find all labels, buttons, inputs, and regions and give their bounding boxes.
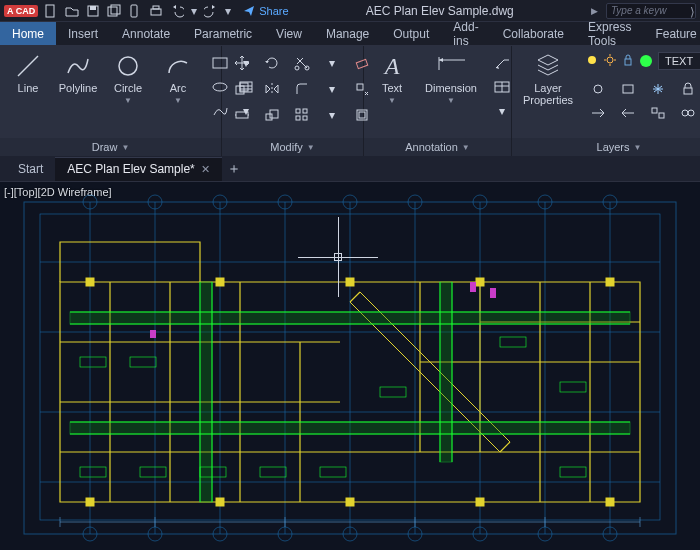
- panel-annotation: A Text ▼ Dimension ▼ ▾ Annotation▼: [364, 46, 512, 156]
- search-caret-icon: ▶: [591, 6, 598, 16]
- save-icon[interactable]: [84, 3, 102, 19]
- svg-point-15: [295, 66, 299, 70]
- svg-rect-105: [560, 467, 586, 477]
- trim-icon[interactable]: [290, 52, 314, 74]
- tab-express-tools[interactable]: Express Tools: [576, 22, 643, 45]
- current-layer-name[interactable]: TEXT: [658, 52, 700, 70]
- array-icon[interactable]: [290, 104, 314, 126]
- document-title: AEC Plan Elev Sample.dwg: [293, 4, 587, 18]
- scale-icon[interactable]: [260, 104, 284, 126]
- layer-state-icon[interactable]: [646, 102, 670, 124]
- file-tab-active[interactable]: AEC Plan Elev Sample* ✕: [55, 157, 221, 181]
- search-placeholder: Type a keyw: [611, 5, 666, 16]
- svg-rect-21: [236, 112, 248, 118]
- trim-dropdown-icon[interactable]: ▾: [320, 52, 344, 74]
- leader-icon[interactable]: [490, 52, 514, 74]
- table-icon[interactable]: [490, 76, 514, 98]
- panel-annotation-title[interactable]: Annotation▼: [364, 138, 511, 156]
- svg-rect-109: [476, 278, 484, 286]
- polyline-tool[interactable]: Polyline: [58, 52, 98, 94]
- dimension-tool[interactable]: Dimension ▼: [422, 52, 480, 105]
- copy-icon[interactable]: [230, 78, 254, 100]
- line-tool[interactable]: Line: [8, 52, 48, 94]
- undo-icon[interactable]: [168, 3, 186, 19]
- svg-rect-86: [440, 282, 452, 462]
- tab-feature[interactable]: Feature: [643, 22, 700, 45]
- svg-point-36: [588, 56, 596, 64]
- svg-rect-5: [131, 5, 137, 17]
- tab-output[interactable]: Output: [381, 22, 441, 45]
- svg-rect-106: [86, 278, 94, 286]
- plot-icon[interactable]: [147, 3, 165, 19]
- panel-modify-title-label: Modify: [270, 141, 302, 153]
- svg-point-43: [594, 85, 602, 93]
- text-tool[interactable]: A Text ▼: [372, 52, 412, 105]
- stretch-icon[interactable]: [230, 104, 254, 126]
- file-tab-start[interactable]: Start: [6, 157, 55, 181]
- arc-icon: [164, 52, 192, 80]
- layer-properties-button[interactable]: Layer Properties: [520, 52, 576, 106]
- layer-previous-icon[interactable]: [616, 102, 640, 124]
- tab-parametric[interactable]: Parametric: [182, 22, 264, 45]
- bulb-on-icon: [586, 54, 598, 69]
- fillet-dropdown-icon[interactable]: ▾: [320, 78, 344, 100]
- drawing-viewport[interactable]: [-][Top][2D Wireframe]: [0, 182, 700, 550]
- tab-addins[interactable]: Add-ins: [441, 22, 490, 45]
- search-input[interactable]: Type a keyw: [606, 3, 696, 19]
- close-icon[interactable]: ✕: [201, 163, 210, 176]
- circle-tool[interactable]: Circle ▼: [108, 52, 148, 105]
- rotate-icon[interactable]: [260, 52, 284, 74]
- annotation-dropdown-icon[interactable]: ▾: [490, 100, 514, 122]
- panel-layers-title[interactable]: Layers▼: [512, 138, 700, 156]
- tab-overflow-icon[interactable]: ⟩: [684, 0, 700, 24]
- svg-point-48: [682, 110, 688, 116]
- arc-tool[interactable]: Arc ▼: [158, 52, 198, 105]
- svg-rect-27: [303, 116, 307, 120]
- tab-insert[interactable]: Insert: [56, 22, 110, 45]
- svg-point-49: [688, 110, 694, 116]
- layer-off-icon[interactable]: [586, 78, 610, 100]
- undo-dropdown-icon[interactable]: ▾: [189, 3, 199, 19]
- panel-layers: Layer Properties TEXT: [512, 46, 700, 156]
- layer-match-icon[interactable]: [586, 102, 610, 124]
- tab-collaborate[interactable]: Collaborate: [491, 22, 576, 45]
- svg-rect-22: [266, 114, 272, 120]
- new-icon[interactable]: [42, 3, 60, 19]
- layer-isolate-icon[interactable]: [616, 78, 640, 100]
- tab-annotate[interactable]: Annotate: [110, 22, 182, 45]
- share-button[interactable]: Share: [243, 5, 288, 17]
- chevron-down-icon: ▼: [124, 96, 132, 105]
- tab-manage[interactable]: Manage: [314, 22, 381, 45]
- tab-view[interactable]: View: [264, 22, 314, 45]
- new-tab-button[interactable]: ＋: [222, 160, 246, 178]
- svg-rect-97: [80, 467, 106, 477]
- fillet-icon[interactable]: [290, 78, 314, 100]
- open-icon[interactable]: [63, 3, 81, 19]
- svg-rect-113: [346, 498, 354, 506]
- svg-rect-20: [357, 84, 363, 90]
- move-icon[interactable]: [230, 52, 254, 74]
- tab-home[interactable]: Home: [0, 22, 56, 45]
- panel-modify-title[interactable]: Modify▼: [222, 138, 363, 156]
- circle-icon: [114, 52, 142, 80]
- chevron-down-icon: ▼: [634, 143, 642, 152]
- polyline-label: Polyline: [59, 82, 98, 94]
- array-dropdown-icon[interactable]: ▾: [320, 104, 344, 126]
- layer-lock-icon[interactable]: [676, 78, 700, 100]
- redo-dropdown-icon[interactable]: ▾: [223, 3, 233, 19]
- svg-rect-47: [659, 113, 664, 118]
- svg-rect-100: [260, 467, 286, 477]
- panel-draw-title[interactable]: Draw▼: [0, 138, 221, 156]
- web-mobile-icon[interactable]: [126, 3, 144, 19]
- saveas-icon[interactable]: [105, 3, 123, 19]
- panel-layers-title-label: Layers: [597, 141, 630, 153]
- panel-draw-title-label: Draw: [92, 141, 118, 153]
- chevron-down-icon: ▼: [447, 96, 455, 105]
- layer-freeze-icon[interactable]: [646, 78, 670, 100]
- share-icon: [243, 5, 255, 17]
- layer-change-icon[interactable]: [676, 102, 700, 124]
- layer-state-row[interactable]: TEXT: [586, 52, 700, 70]
- redo-icon[interactable]: [202, 3, 220, 19]
- mirror-icon[interactable]: [260, 78, 284, 100]
- svg-rect-95: [80, 357, 106, 367]
